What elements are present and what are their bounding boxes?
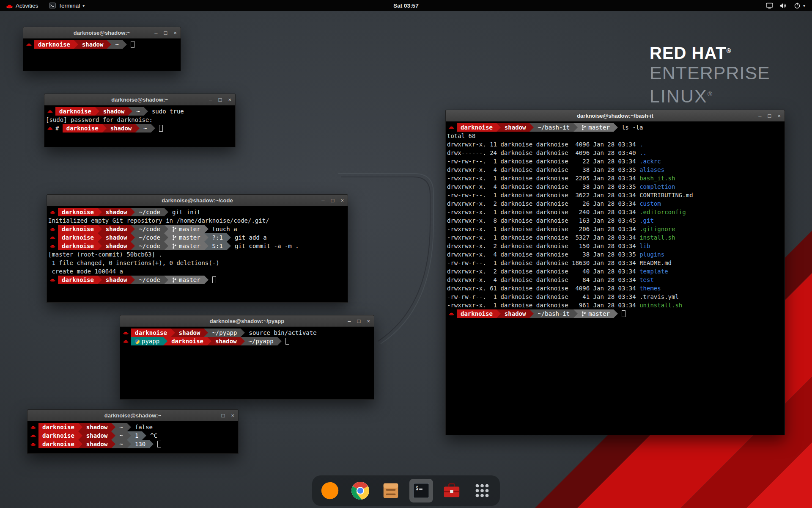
command-text: ls -la [618, 123, 643, 132]
terminal-window[interactable]: darknoise@shadow:~–□×darknoiseshadow~fal… [27, 409, 239, 454]
redhat-prompt-icon [47, 108, 53, 114]
prompt-segment-git: master [168, 233, 204, 242]
maximize-button[interactable]: □ [164, 30, 167, 36]
powerline-separator [164, 276, 168, 284]
terminal-window[interactable]: darknoise@shadow:~/code–□×darknoiseshado… [47, 194, 348, 303]
terminal-text: . [639, 140, 643, 149]
minimize-button[interactable]: – [209, 97, 212, 102]
chrome-icon [351, 481, 370, 500]
close-button[interactable]: × [340, 198, 344, 203]
prompt-segment-status: ?:1 [208, 233, 227, 242]
terminal-text: .editorconfig [639, 208, 686, 216]
terminal-content[interactable]: darknoiseshadow~/codegit initInitialized… [47, 206, 348, 286]
maximize-button[interactable]: □ [219, 97, 222, 102]
window-title: darknoise@shadow:~ [111, 97, 168, 103]
dock-item-firefox[interactable] [318, 479, 342, 502]
terminal-text: CONTRIBUTING.md [639, 191, 693, 199]
prompt-segment-status: 130 [131, 440, 149, 448]
powerline-separator [111, 423, 115, 431]
activities-label: Activities [16, 3, 38, 9]
terminal-line: darknoiseshadow~/codemastertouch a [48, 225, 346, 233]
maximize-button[interactable]: □ [222, 413, 225, 418]
prompt-segment-host: shadow [78, 40, 107, 49]
prompt-segment-user: darknoise [63, 124, 102, 133]
prompt-segment-host: shadow [82, 440, 112, 448]
window-titlebar[interactable]: darknoise@shadow:~/code–□× [47, 195, 348, 206]
close-button[interactable]: × [367, 318, 370, 324]
terminal-text: Initialized empty Git repository in /hom… [48, 216, 269, 225]
powerline-separator [164, 225, 168, 233]
minimize-button[interactable]: – [348, 318, 351, 324]
prompt-segment-path: ~/code [135, 276, 164, 284]
activities-button[interactable]: Activities [4, 0, 40, 11]
terminal-line: pyappdarknoiseshadow~/pyapp [121, 337, 373, 345]
terminal-content[interactable]: darknoiseshadow~/pyappsource bin/activat… [120, 327, 374, 347]
terminal-app-icon [49, 3, 56, 8]
window-titlebar[interactable]: darknoise@shadow:~/bash-it–□× [446, 110, 785, 121]
terminal-text: lib [639, 242, 650, 250]
prompt-segment-venv: pyapp [131, 337, 163, 345]
terminal-content[interactable]: darknoiseshadow~/bash-itmasterls -latota… [446, 121, 785, 320]
maximize-button[interactable]: □ [331, 198, 335, 203]
window-titlebar[interactable]: darknoise@shadow:~–□× [23, 27, 181, 39]
close-button[interactable]: × [228, 97, 231, 102]
window-controls: –□× [321, 195, 344, 206]
window-titlebar[interactable]: darknoise@shadow:~–□× [27, 410, 238, 421]
powerline-separator [227, 233, 231, 242]
close-button[interactable]: × [231, 413, 234, 418]
powerline-separator [207, 337, 211, 345]
system-menu-button[interactable]: ▾ [792, 0, 807, 11]
dock-item-files[interactable] [379, 479, 403, 502]
window-title: darknoise@shadow:~/code [162, 197, 233, 204]
app-menu-button[interactable]: Terminal ▾ [47, 0, 86, 11]
terminal-content[interactable]: darknoiseshadow~sudo true[sudo] password… [44, 105, 235, 134]
display-icon[interactable] [766, 3, 773, 9]
prompt-segment-user: darknoise [58, 242, 98, 250]
window-titlebar[interactable]: darknoise@shadow:~–□× [44, 94, 235, 105]
powerline-separator [164, 233, 168, 242]
terminal-line: Initialized empty Git repository in /hom… [48, 216, 346, 225]
prompt-segment-host: shadow [102, 233, 131, 242]
terminal-line: total 68 [447, 132, 783, 140]
prompt-segment-host: shadow [102, 225, 131, 233]
maximize-button[interactable]: □ [768, 113, 771, 119]
terminal-content[interactable]: darknoiseshadow~ [23, 39, 181, 50]
close-button[interactable]: × [777, 113, 781, 119]
terminal-text: custom [639, 199, 661, 208]
minimize-button[interactable]: – [212, 413, 215, 418]
command-text: git commit -a -m . [231, 242, 299, 250]
terminal-line: [master (root-commit) 50bcb63] . [48, 250, 346, 259]
prompt-segment-path: ~/pyapp [208, 329, 241, 337]
minimize-button[interactable]: – [321, 198, 324, 203]
terminal-text: plugins [639, 250, 664, 259]
prompt-segment-user: darknoise [58, 225, 98, 233]
dock-item-terminal[interactable]: $ [409, 479, 433, 502]
close-button[interactable]: × [173, 30, 177, 36]
terminal-line: darknoiseshadow~/codemaster [48, 276, 346, 284]
powerline-separator [142, 431, 146, 440]
dock-item-chrome[interactable] [348, 479, 372, 502]
terminal-text: uninstall.sh [639, 301, 682, 309]
terminal-line: 1 file changed, 0 insertions(+), 0 delet… [48, 259, 346, 267]
window-title: darknoise@shadow:~ [104, 412, 161, 419]
volume-icon[interactable] [779, 3, 786, 9]
command-text: source bin/activate [245, 329, 316, 337]
terminal-cursor [159, 125, 163, 132]
terminal-line: darknoiseshadow~/pyappsource bin/activat… [121, 329, 373, 337]
terminal-content[interactable]: darknoiseshadow~falsedarknoiseshadow~1^C… [27, 421, 238, 450]
terminal-window[interactable]: darknoise@shadow:~/bash-it–□×darknoisesh… [445, 110, 785, 435]
minimize-button[interactable]: – [154, 30, 157, 36]
terminal-window[interactable]: darknoise@shadow:~–□×darknoiseshadow~ [23, 27, 181, 71]
clock[interactable]: Sat 03:57 [393, 3, 418, 9]
maximize-button[interactable]: □ [357, 318, 361, 324]
powerline-separator [111, 440, 115, 448]
dock-item-toolbox[interactable] [440, 479, 464, 502]
dock-item-app-grid[interactable] [470, 479, 494, 502]
minimize-button[interactable]: – [758, 113, 761, 119]
window-titlebar[interactable]: darknoise@shadow:~/pyapp–□× [120, 315, 374, 327]
terminal-line: drwxrwxr-x. 8 darknoise darknoise 163 Ja… [447, 216, 783, 225]
terminal-line: drwxrwxr-x. 4 darknoise darknoise 38 Jan… [447, 250, 783, 259]
terminal-window[interactable]: darknoise@shadow:~/pyapp–□×darknoiseshad… [120, 315, 374, 400]
prompt-segment-user: darknoise [38, 423, 78, 431]
terminal-window[interactable]: darknoise@shadow:~–□×darknoiseshadow~sud… [44, 94, 236, 147]
